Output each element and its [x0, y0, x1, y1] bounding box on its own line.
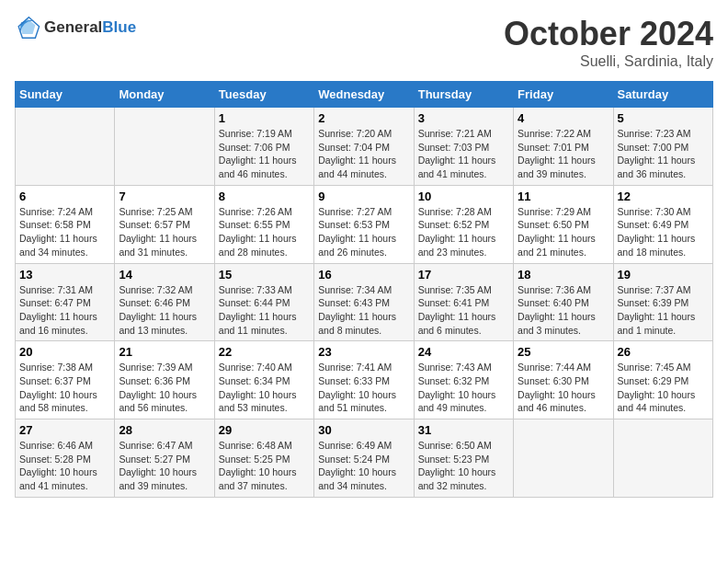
calendar-week-5: 27Sunrise: 6:46 AMSunset: 5:28 PMDayligh…: [16, 419, 713, 498]
day-number: 20: [19, 345, 110, 359]
calendar-cell: 30Sunrise: 6:49 AMSunset: 5:24 PMDayligh…: [314, 419, 414, 498]
calendar-week-3: 13Sunrise: 7:31 AMSunset: 6:47 PMDayligh…: [16, 263, 713, 341]
day-number: 19: [618, 268, 709, 282]
day-number: 29: [219, 423, 310, 437]
calendar-cell: 26Sunrise: 7:45 AMSunset: 6:29 PMDayligh…: [613, 341, 712, 419]
day-detail: Sunrise: 7:44 AMSunset: 6:30 PMDaylight:…: [518, 362, 596, 413]
day-detail: Sunrise: 7:41 AMSunset: 6:33 PMDaylight:…: [318, 362, 396, 413]
calendar-cell: 21Sunrise: 7:39 AMSunset: 6:36 PMDayligh…: [115, 341, 214, 419]
page-header: GeneralBlue October 2024 Suelli, Sardini…: [15, 15, 713, 70]
day-number: 5: [618, 111, 709, 125]
day-number: 7: [119, 190, 210, 203]
day-detail: Sunrise: 7:43 AMSunset: 6:32 PMDaylight:…: [418, 362, 496, 413]
col-header-thursday: Thursday: [414, 82, 513, 108]
day-number: 12: [618, 190, 709, 203]
calendar-cell: 13Sunrise: 7:31 AMSunset: 6:47 PMDayligh…: [16, 263, 115, 341]
calendar-cell: 15Sunrise: 7:33 AMSunset: 6:44 PMDayligh…: [214, 263, 313, 341]
day-detail: Sunrise: 7:21 AMSunset: 7:03 PMDaylight:…: [418, 128, 496, 179]
day-detail: Sunrise: 7:39 AMSunset: 6:36 PMDaylight:…: [119, 362, 197, 413]
day-detail: Sunrise: 7:24 AMSunset: 6:58 PMDaylight:…: [19, 206, 97, 258]
day-detail: Sunrise: 6:49 AMSunset: 5:24 PMDaylight:…: [318, 440, 396, 491]
day-number: 15: [219, 268, 310, 282]
day-detail: Sunrise: 7:26 AMSunset: 6:55 PMDaylight:…: [219, 206, 297, 258]
calendar-cell: 31Sunrise: 6:50 AMSunset: 5:23 PMDayligh…: [414, 419, 513, 498]
calendar-cell: 25Sunrise: 7:44 AMSunset: 6:30 PMDayligh…: [514, 341, 613, 419]
calendar-cell: 27Sunrise: 6:46 AMSunset: 5:28 PMDayligh…: [16, 419, 115, 498]
day-detail: Sunrise: 7:30 AMSunset: 6:49 PMDaylight:…: [618, 206, 696, 258]
day-detail: Sunrise: 7:33 AMSunset: 6:44 PMDaylight:…: [219, 284, 297, 336]
col-header-friday: Friday: [514, 82, 613, 108]
day-detail: Sunrise: 7:40 AMSunset: 6:34 PMDaylight:…: [219, 362, 297, 413]
day-detail: Sunrise: 6:50 AMSunset: 5:23 PMDaylight:…: [418, 440, 496, 491]
day-number: 4: [518, 111, 609, 125]
calendar-cell: 8Sunrise: 7:26 AMSunset: 6:55 PMDaylight…: [214, 185, 313, 263]
calendar-cell: [115, 108, 214, 186]
day-number: 25: [518, 345, 609, 359]
day-detail: Sunrise: 6:47 AMSunset: 5:27 PMDaylight:…: [119, 440, 197, 491]
day-number: 30: [318, 423, 409, 437]
day-number: 9: [318, 190, 409, 203]
calendar-cell: [613, 419, 712, 498]
logo-icon: [15, 15, 40, 40]
day-number: 24: [418, 345, 509, 359]
col-header-sunday: Sunday: [16, 82, 115, 108]
calendar-cell: 18Sunrise: 7:36 AMSunset: 6:40 PMDayligh…: [514, 263, 613, 341]
day-number: 11: [518, 190, 609, 203]
day-detail: Sunrise: 7:29 AMSunset: 6:50 PMDaylight:…: [518, 206, 596, 258]
calendar-cell: [16, 108, 115, 186]
day-number: 3: [418, 111, 509, 125]
logo: GeneralBlue: [15, 15, 136, 40]
day-number: 21: [119, 345, 210, 359]
day-number: 23: [318, 345, 409, 359]
col-header-tuesday: Tuesday: [214, 82, 313, 108]
calendar-cell: 22Sunrise: 7:40 AMSunset: 6:34 PMDayligh…: [214, 341, 313, 419]
day-detail: Sunrise: 7:31 AMSunset: 6:47 PMDaylight:…: [19, 284, 97, 336]
day-number: 28: [119, 423, 210, 437]
calendar-cell: 9Sunrise: 7:27 AMSunset: 6:53 PMDaylight…: [314, 185, 414, 263]
day-number: 14: [119, 268, 210, 282]
day-detail: Sunrise: 7:32 AMSunset: 6:46 PMDaylight:…: [119, 284, 197, 336]
day-number: 10: [418, 190, 509, 203]
day-number: 8: [219, 190, 310, 203]
col-header-monday: Monday: [115, 82, 214, 108]
calendar-cell: 4Sunrise: 7:22 AMSunset: 7:01 PMDaylight…: [514, 108, 613, 186]
day-detail: Sunrise: 7:20 AMSunset: 7:04 PMDaylight:…: [318, 128, 396, 179]
calendar-cell: 11Sunrise: 7:29 AMSunset: 6:50 PMDayligh…: [514, 185, 613, 263]
day-number: 2: [318, 111, 409, 125]
logo-text-blue: Blue: [102, 18, 136, 36]
calendar-cell: 12Sunrise: 7:30 AMSunset: 6:49 PMDayligh…: [613, 185, 712, 263]
day-detail: Sunrise: 7:45 AMSunset: 6:29 PMDaylight:…: [618, 362, 696, 413]
day-number: 13: [19, 268, 110, 282]
day-number: 16: [318, 268, 409, 282]
calendar-cell: 17Sunrise: 7:35 AMSunset: 6:41 PMDayligh…: [414, 263, 513, 341]
calendar-cell: 23Sunrise: 7:41 AMSunset: 6:33 PMDayligh…: [314, 341, 414, 419]
day-detail: Sunrise: 7:22 AMSunset: 7:01 PMDaylight:…: [518, 128, 596, 179]
day-detail: Sunrise: 7:27 AMSunset: 6:53 PMDaylight:…: [318, 206, 396, 258]
calendar-cell: 6Sunrise: 7:24 AMSunset: 6:58 PMDaylight…: [16, 185, 115, 263]
calendar-cell: 19Sunrise: 7:37 AMSunset: 6:39 PMDayligh…: [613, 263, 712, 341]
sub-title: Suelli, Sardinia, Italy: [504, 53, 713, 70]
calendar-cell: 16Sunrise: 7:34 AMSunset: 6:43 PMDayligh…: [314, 263, 414, 341]
day-detail: Sunrise: 7:38 AMSunset: 6:37 PMDaylight:…: [19, 362, 97, 413]
day-detail: Sunrise: 7:23 AMSunset: 7:00 PMDaylight:…: [618, 128, 696, 179]
calendar-week-4: 20Sunrise: 7:38 AMSunset: 6:37 PMDayligh…: [16, 341, 713, 419]
day-number: 22: [219, 345, 310, 359]
calendar-cell: 14Sunrise: 7:32 AMSunset: 6:46 PMDayligh…: [115, 263, 214, 341]
day-detail: Sunrise: 6:48 AMSunset: 5:25 PMDaylight:…: [219, 440, 297, 491]
calendar-cell: 7Sunrise: 7:25 AMSunset: 6:57 PMDaylight…: [115, 185, 214, 263]
calendar-cell: 3Sunrise: 7:21 AMSunset: 7:03 PMDaylight…: [414, 108, 513, 186]
calendar-cell: 5Sunrise: 7:23 AMSunset: 7:00 PMDaylight…: [613, 108, 712, 186]
day-detail: Sunrise: 6:46 AMSunset: 5:28 PMDaylight:…: [19, 440, 97, 491]
calendar-week-2: 6Sunrise: 7:24 AMSunset: 6:58 PMDaylight…: [16, 185, 713, 263]
day-number: 6: [19, 190, 110, 203]
calendar-header-row: SundayMondayTuesdayWednesdayThursdayFrid…: [16, 82, 713, 108]
day-number: 31: [418, 423, 509, 437]
day-detail: Sunrise: 7:28 AMSunset: 6:52 PMDaylight:…: [418, 206, 496, 258]
calendar-cell: 2Sunrise: 7:20 AMSunset: 7:04 PMDaylight…: [314, 108, 414, 186]
day-number: 27: [19, 423, 110, 437]
day-number: 17: [418, 268, 509, 282]
title-block: October 2024 Suelli, Sardinia, Italy: [504, 15, 713, 70]
day-detail: Sunrise: 7:36 AMSunset: 6:40 PMDaylight:…: [518, 284, 596, 336]
calendar-cell: 28Sunrise: 6:47 AMSunset: 5:27 PMDayligh…: [115, 419, 214, 498]
calendar-cell: 29Sunrise: 6:48 AMSunset: 5:25 PMDayligh…: [214, 419, 313, 498]
